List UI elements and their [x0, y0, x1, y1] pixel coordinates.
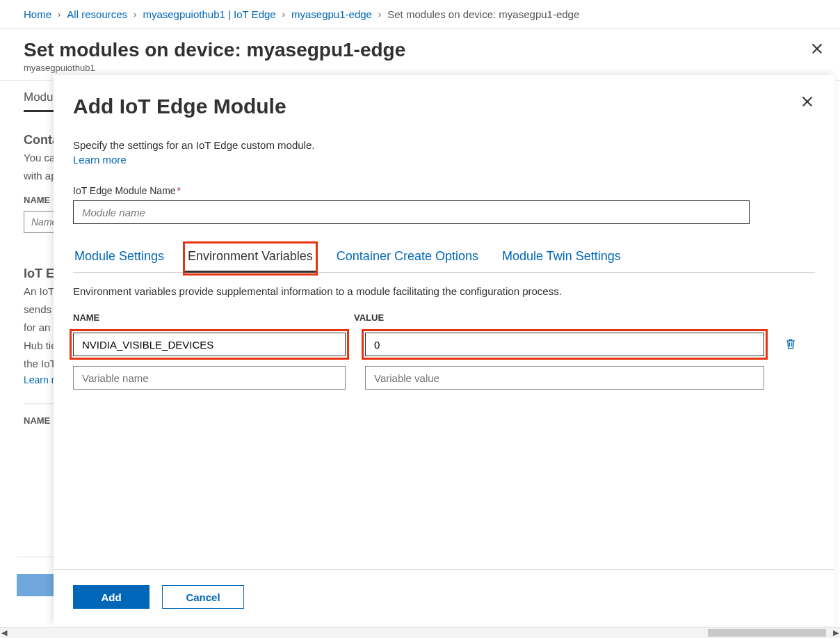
background-button[interactable]	[17, 574, 54, 596]
chevron-right-icon: ›	[282, 9, 285, 19]
cancel-button[interactable]: Cancel	[162, 585, 244, 609]
chevron-right-icon: ›	[58, 9, 60, 19]
add-module-panel: Add IoT Edge Module Specify the settings…	[54, 75, 834, 625]
breadcrumb-iothub[interactable]: myasegpuiothub1 | IoT Edge	[143, 8, 275, 20]
breadcrumb: Home › All resources › myasegpuiothub1 |…	[0, 0, 840, 29]
page-title: Set modules on device: myasegpu1-edge	[24, 39, 816, 61]
required-asterisk: *	[177, 185, 181, 196]
panel-description: Specify the settings for an IoT Edge cus…	[73, 139, 815, 151]
tab-environment-variables[interactable]: Environment Variables	[186, 245, 314, 272]
column-name: NAME	[73, 312, 354, 323]
page-subtitle: myasegpuiothub1	[24, 63, 816, 73]
close-button[interactable]	[811, 42, 823, 56]
add-button[interactable]: Add	[73, 585, 150, 609]
module-name-label: IoT Edge Module Name*	[73, 185, 815, 196]
panel-close-button[interactable]	[801, 95, 814, 109]
module-name-input[interactable]	[73, 200, 750, 224]
tab-container-create-options[interactable]: Container Create Options	[335, 245, 480, 272]
env-var-name-input[interactable]	[73, 333, 346, 356]
tab-module-twin-settings[interactable]: Module Twin Settings	[501, 245, 622, 272]
env-var-row	[73, 333, 815, 356]
tab-module-settings[interactable]: Module Settings	[73, 245, 165, 272]
breadcrumb-device[interactable]: myasegpu1-edge	[291, 8, 372, 20]
scroll-left-icon[interactable]: ◀	[1, 628, 7, 637]
env-var-value-input[interactable]	[365, 333, 764, 356]
close-icon	[811, 42, 823, 54]
env-var-value-input[interactable]	[365, 366, 764, 390]
env-vars-description: Environment variables provide supplement…	[73, 285, 815, 297]
breadcrumb-current: Set modules on device: myasegpu1-edge	[387, 8, 579, 20]
label-text: IoT Edge Module Name	[73, 185, 176, 196]
scroll-right-icon[interactable]: ▶	[833, 628, 839, 637]
panel-footer: Add Cancel	[54, 569, 834, 625]
panel-title: Add IoT Edge Module	[73, 95, 815, 118]
chevron-right-icon: ›	[134, 9, 136, 19]
breadcrumb-all-resources[interactable]: All resources	[67, 8, 127, 20]
env-vars-header: NAME VALUE	[73, 312, 815, 323]
learn-more-link[interactable]: Learn more	[73, 154, 815, 166]
horizontal-scrollbar[interactable]: ◀ ▶	[0, 627, 840, 638]
close-icon	[801, 95, 814, 107]
env-var-name-input[interactable]	[73, 366, 346, 390]
scroll-thumb[interactable]	[708, 629, 826, 637]
chevron-right-icon: ›	[378, 9, 381, 19]
trash-icon	[784, 336, 798, 351]
module-tabs: Module Settings Environment Variables Co…	[73, 245, 815, 273]
delete-row-button[interactable]	[784, 336, 799, 353]
breadcrumb-home[interactable]: Home	[24, 8, 51, 20]
page-header: Set modules on device: myasegpu1-edge my…	[0, 29, 840, 81]
column-value: VALUE	[354, 312, 384, 323]
env-var-row-empty	[73, 366, 815, 390]
